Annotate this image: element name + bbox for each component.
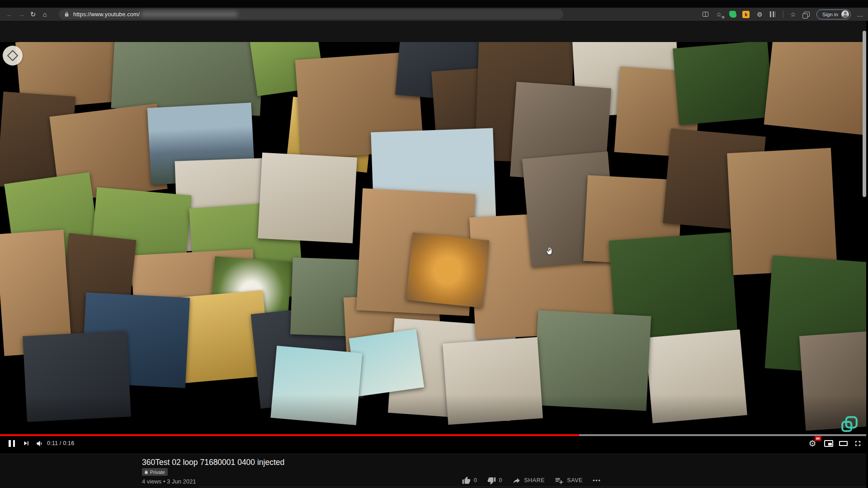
next-button[interactable] [21, 438, 32, 449]
video-player[interactable]: 0:11 / 0:16 ⚙ 8K [0, 42, 868, 453]
share-button[interactable]: SHARE [512, 476, 545, 485]
video-title: 360Test 02 loop 71680001 0400 injected [142, 458, 284, 467]
privacy-badge-label: Private [150, 469, 165, 475]
url-redacted-segment [141, 12, 238, 17]
pan-control-360[interactable] [3, 46, 23, 66]
barcode-extension-icon[interactable] [769, 10, 777, 18]
collage-tile [673, 42, 774, 125]
section-divider [199, 487, 868, 487]
sign-in-button[interactable]: Sign in [816, 9, 851, 19]
mini-gear-icon: ⚙ [722, 15, 725, 19]
scrollbar-thumb[interactable] [863, 31, 866, 197]
profile-avatar-icon [841, 10, 849, 18]
collage-tile [258, 153, 357, 244]
playlist-add-icon [555, 476, 564, 485]
toolbar-extensions: ☆⚙ k ⚙ ☆ Sign in … [702, 8, 865, 21]
thumb-down-icon [487, 476, 496, 485]
forward-button[interactable]: → [15, 10, 27, 18]
thumb-up-icon [462, 476, 471, 485]
collage-tile [764, 42, 868, 135]
next-icon [22, 439, 30, 447]
scrollbar-track [866, 21, 868, 488]
volume-button[interactable] [34, 438, 45, 449]
youtube-masthead: Premium GB [0, 21, 868, 42]
fullscreen-icon [854, 439, 862, 448]
theater-mode-icon [839, 441, 848, 446]
collections-icon[interactable] [803, 10, 811, 18]
collage-tile [406, 233, 490, 308]
save-label: SAVE [567, 477, 583, 483]
home-button[interactable]: ⌂ [39, 10, 51, 18]
save-button[interactable]: SAVE [555, 476, 583, 485]
like-count: 0 [474, 477, 477, 483]
pause-icon [9, 440, 15, 447]
pause-button[interactable] [6, 438, 17, 449]
reload-button[interactable]: ↻ [27, 10, 39, 19]
privacy-badge: Private [142, 468, 168, 476]
toolbar-separator [783, 11, 783, 18]
theater-mode-button[interactable] [837, 438, 849, 449]
browser-menu-button[interactable]: … [857, 11, 863, 18]
pan-arrows-icon [3, 46, 23, 66]
video-actions: 0 0 SHARE SAVE ••• [462, 476, 601, 485]
favorites-settings-icon[interactable]: ☆⚙ [715, 10, 723, 18]
gear-extension-icon[interactable]: ⚙ [756, 10, 764, 18]
miniplayer-icon [824, 440, 833, 447]
more-actions-button[interactable]: ••• [593, 477, 601, 484]
browser-window: ← → ↻ ⌂ https://www.youtube.com/ ☆⚙ k ⚙ … [0, 0, 868, 488]
share-icon [512, 476, 521, 485]
favorites-star-icon[interactable]: ☆ [789, 10, 797, 18]
player-controls: 0:11 / 0:16 ⚙ 8K [0, 436, 868, 453]
lock-icon [64, 11, 69, 17]
grab-hand-cursor [545, 246, 554, 258]
window-titlebar [0, 0, 868, 8]
settings-button[interactable]: ⚙ 8K [807, 438, 818, 449]
like-button[interactable]: 0 [462, 476, 477, 485]
share-label: SHARE [524, 477, 545, 483]
lock-icon [144, 469, 148, 474]
url-text: https://www.youtube.com/ [73, 11, 140, 18]
sign-in-label: Sign in [822, 12, 838, 17]
time-display: 0:11 / 0:16 [47, 438, 74, 449]
evernote-extension-icon[interactable] [729, 10, 736, 18]
video-collage [0, 42, 868, 453]
video-meta: 4 views • 3 Jun 2021 [142, 478, 196, 485]
dislike-count: 0 [499, 477, 503, 483]
quality-badge: 8K [815, 436, 821, 441]
keepa-extension-icon[interactable]: k [742, 10, 750, 18]
video-info-section: 360Test 02 loop 71680001 0400 injected P… [0, 453, 868, 488]
split-screen-icon[interactable] [702, 10, 709, 18]
address-bar[interactable]: https://www.youtube.com/ [59, 9, 563, 19]
miniplayer-button[interactable] [823, 438, 835, 449]
fullscreen-button[interactable] [852, 438, 863, 449]
watermark-logo-icon [841, 416, 858, 435]
back-button[interactable]: ← [4, 10, 15, 18]
volume-icon [36, 439, 44, 448]
dislike-button[interactable]: 0 [487, 476, 503, 485]
